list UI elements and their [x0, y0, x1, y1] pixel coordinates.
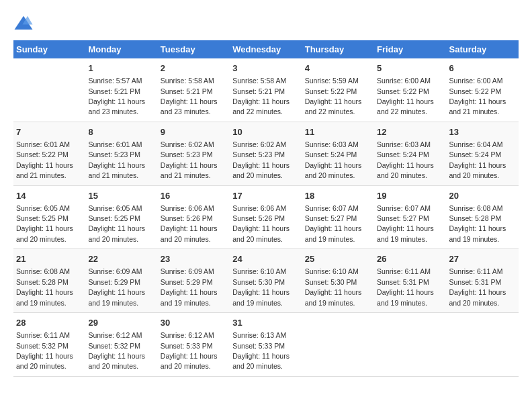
calendar-cell: 23Sunrise: 6:09 AMSunset: 5:29 PMDayligh… — [158, 249, 230, 313]
day-info: Sunrise: 6:12 AMSunset: 5:33 PMDaylight:… — [161, 331, 218, 370]
calendar-cell: 8Sunrise: 6:01 AMSunset: 5:23 PMDaylight… — [85, 122, 157, 185]
week-row-1: 1Sunrise: 5:57 AMSunset: 5:21 PMDaylight… — [13, 58, 519, 122]
calendar-cell: 4Sunrise: 5:59 AMSunset: 5:22 PMDaylight… — [302, 58, 374, 122]
day-number: 22 — [88, 253, 154, 265]
day-info: Sunrise: 6:00 AMSunset: 5:22 PMDaylight:… — [377, 77, 434, 116]
day-number: 10 — [232, 126, 299, 138]
day-info: Sunrise: 6:05 AMSunset: 5:25 PMDaylight:… — [88, 204, 145, 243]
calendar-cell: 7Sunrise: 6:01 AMSunset: 5:22 PMDaylight… — [13, 122, 85, 185]
day-number: 6 — [449, 62, 516, 75]
calendar-table: SundayMondayTuesdayWednesdayThursdayFrid… — [13, 40, 519, 377]
calendar-cell: 9Sunrise: 6:02 AMSunset: 5:23 PMDaylight… — [158, 122, 230, 185]
day-info: Sunrise: 6:04 AMSunset: 5:24 PMDaylight:… — [449, 140, 506, 179]
calendar-cell: 3Sunrise: 5:58 AMSunset: 5:21 PMDaylight… — [230, 58, 302, 122]
calendar-cell: 31Sunrise: 6:13 AMSunset: 5:33 PMDayligh… — [230, 313, 302, 377]
day-info: Sunrise: 6:01 AMSunset: 5:22 PMDaylight:… — [16, 140, 73, 179]
day-info: Sunrise: 5:57 AMSunset: 5:21 PMDaylight:… — [88, 77, 145, 116]
calendar-cell — [447, 313, 519, 377]
day-number: 17 — [232, 190, 299, 202]
day-info: Sunrise: 6:03 AMSunset: 5:24 PMDaylight:… — [377, 140, 434, 179]
day-number: 3 — [232, 62, 299, 75]
header-cell-saturday: Saturday — [447, 40, 519, 58]
header-cell-sunday: Sunday — [13, 40, 85, 58]
calendar-cell: 10Sunrise: 6:02 AMSunset: 5:23 PMDayligh… — [230, 122, 302, 185]
calendar-cell: 11Sunrise: 6:03 AMSunset: 5:24 PMDayligh… — [302, 122, 374, 185]
calendar-cell: 29Sunrise: 6:12 AMSunset: 5:32 PMDayligh… — [85, 313, 157, 377]
day-number: 20 — [449, 190, 516, 202]
day-info: Sunrise: 6:11 AMSunset: 5:31 PMDaylight:… — [377, 267, 434, 306]
day-number: 30 — [161, 317, 227, 329]
calendar-cell: 19Sunrise: 6:07 AMSunset: 5:27 PMDayligh… — [374, 185, 446, 249]
day-number: 26 — [377, 253, 443, 265]
logo — [13, 13, 36, 34]
day-info: Sunrise: 6:01 AMSunset: 5:23 PMDaylight:… — [88, 140, 145, 179]
day-info: Sunrise: 5:59 AMSunset: 5:22 PMDaylight:… — [305, 77, 362, 116]
day-number: 23 — [161, 253, 227, 265]
calendar-cell: 12Sunrise: 6:03 AMSunset: 5:24 PMDayligh… — [374, 122, 446, 185]
day-number: 8 — [88, 126, 154, 138]
calendar-cell: 5Sunrise: 6:00 AMSunset: 5:22 PMDaylight… — [374, 58, 446, 122]
calendar-cell: 14Sunrise: 6:05 AMSunset: 5:25 PMDayligh… — [13, 185, 85, 249]
calendar-cell: 27Sunrise: 6:11 AMSunset: 5:31 PMDayligh… — [447, 249, 519, 313]
calendar-cell — [302, 313, 374, 377]
calendar-cell: 25Sunrise: 6:10 AMSunset: 5:30 PMDayligh… — [302, 249, 374, 313]
day-number: 19 — [377, 190, 443, 202]
day-number: 21 — [16, 253, 83, 265]
header-row: SundayMondayTuesdayWednesdayThursdayFrid… — [13, 40, 519, 58]
day-number: 11 — [305, 126, 371, 138]
calendar-cell: 16Sunrise: 6:06 AMSunset: 5:26 PMDayligh… — [158, 185, 230, 249]
day-info: Sunrise: 6:08 AMSunset: 5:28 PMDaylight:… — [16, 267, 73, 306]
day-number: 13 — [449, 126, 516, 138]
week-row-4: 21Sunrise: 6:08 AMSunset: 5:28 PMDayligh… — [13, 249, 519, 313]
week-row-5: 28Sunrise: 6:11 AMSunset: 5:32 PMDayligh… — [13, 313, 519, 377]
day-number: 28 — [16, 317, 83, 329]
calendar-body: 1Sunrise: 5:57 AMSunset: 5:21 PMDaylight… — [13, 58, 519, 376]
day-info: Sunrise: 6:02 AMSunset: 5:23 PMDaylight:… — [232, 140, 290, 179]
header-cell-tuesday: Tuesday — [158, 40, 230, 58]
day-number: 9 — [161, 126, 227, 138]
day-number: 29 — [88, 317, 154, 329]
day-number: 14 — [16, 190, 83, 202]
day-number: 2 — [161, 62, 227, 75]
day-info: Sunrise: 6:07 AMSunset: 5:27 PMDaylight:… — [377, 204, 434, 243]
calendar-cell: 26Sunrise: 6:11 AMSunset: 5:31 PMDayligh… — [374, 249, 446, 313]
calendar-cell — [374, 313, 446, 377]
calendar-cell: 1Sunrise: 5:57 AMSunset: 5:21 PMDaylight… — [85, 58, 157, 122]
calendar-cell: 2Sunrise: 5:58 AMSunset: 5:21 PMDaylight… — [158, 58, 230, 122]
day-number: 12 — [377, 126, 443, 138]
day-number: 24 — [232, 253, 299, 265]
day-number: 4 — [305, 62, 371, 75]
day-info: Sunrise: 6:09 AMSunset: 5:29 PMDaylight:… — [88, 267, 145, 306]
day-number: 1 — [88, 62, 154, 75]
day-info: Sunrise: 6:00 AMSunset: 5:22 PMDaylight:… — [449, 77, 506, 116]
day-number: 27 — [449, 253, 516, 265]
calendar-cell: 6Sunrise: 6:00 AMSunset: 5:22 PMDaylight… — [447, 58, 519, 122]
day-number: 25 — [305, 253, 371, 265]
calendar-cell: 18Sunrise: 6:07 AMSunset: 5:27 PMDayligh… — [302, 185, 374, 249]
day-info: Sunrise: 6:07 AMSunset: 5:27 PMDaylight:… — [305, 204, 362, 243]
calendar-cell: 13Sunrise: 6:04 AMSunset: 5:24 PMDayligh… — [447, 122, 519, 185]
day-info: Sunrise: 6:12 AMSunset: 5:32 PMDaylight:… — [88, 331, 145, 370]
day-info: Sunrise: 6:06 AMSunset: 5:26 PMDaylight:… — [232, 204, 290, 243]
calendar-header: SundayMondayTuesdayWednesdayThursdayFrid… — [13, 40, 519, 58]
calendar-cell — [13, 58, 85, 122]
day-number: 5 — [377, 62, 443, 75]
day-info: Sunrise: 6:02 AMSunset: 5:23 PMDaylight:… — [161, 140, 218, 179]
header-cell-monday: Monday — [85, 40, 157, 58]
calendar-cell: 15Sunrise: 6:05 AMSunset: 5:25 PMDayligh… — [85, 185, 157, 249]
day-number: 18 — [305, 190, 371, 202]
day-info: Sunrise: 6:09 AMSunset: 5:29 PMDaylight:… — [161, 267, 218, 306]
week-row-2: 7Sunrise: 6:01 AMSunset: 5:22 PMDaylight… — [13, 122, 519, 185]
day-info: Sunrise: 6:03 AMSunset: 5:24 PMDaylight:… — [305, 140, 362, 179]
header-cell-friday: Friday — [374, 40, 446, 58]
day-info: Sunrise: 5:58 AMSunset: 5:21 PMDaylight:… — [161, 77, 218, 116]
day-info: Sunrise: 6:08 AMSunset: 5:28 PMDaylight:… — [449, 204, 506, 243]
page-header — [13, 13, 519, 34]
day-info: Sunrise: 6:13 AMSunset: 5:33 PMDaylight:… — [232, 331, 290, 370]
day-info: Sunrise: 6:10 AMSunset: 5:30 PMDaylight:… — [232, 267, 290, 306]
day-info: Sunrise: 6:11 AMSunset: 5:32 PMDaylight:… — [16, 331, 73, 370]
calendar-cell: 17Sunrise: 6:06 AMSunset: 5:26 PMDayligh… — [230, 185, 302, 249]
calendar-cell: 21Sunrise: 6:08 AMSunset: 5:28 PMDayligh… — [13, 249, 85, 313]
header-cell-thursday: Thursday — [302, 40, 374, 58]
week-row-3: 14Sunrise: 6:05 AMSunset: 5:25 PMDayligh… — [13, 185, 519, 249]
